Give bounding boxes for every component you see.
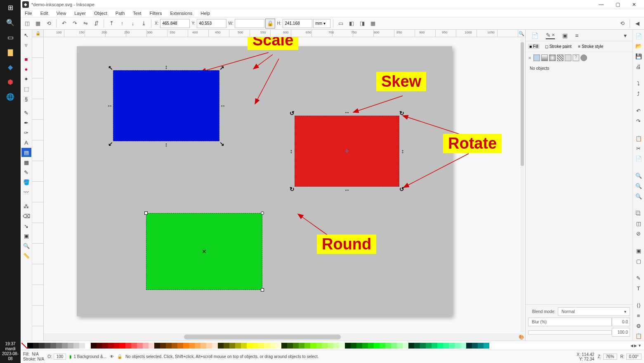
- skew-handle-w-icon[interactable]: ↕: [290, 148, 293, 154]
- palette-swatch[interactable]: [339, 343, 345, 349]
- palette-left-icon[interactable]: ◀: [630, 344, 633, 348]
- linear-gradient-icon[interactable]: [541, 55, 548, 61]
- lower-bottom-icon[interactable]: ⤓: [139, 19, 149, 28]
- blue-rectangle[interactable]: [113, 70, 219, 141]
- group-icon[interactable]: ▣: [634, 246, 644, 256]
- save-doc-icon[interactable]: 💾: [634, 52, 644, 61]
- palette-swatch[interactable]: [408, 343, 414, 349]
- rotate-handle-se-icon[interactable]: ↺: [399, 186, 404, 192]
- swatch-icon[interactable]: [565, 55, 571, 61]
- palette-swatch[interactable]: [39, 343, 45, 349]
- palette-swatch[interactable]: [403, 343, 408, 349]
- palette-swatch[interactable]: [218, 343, 224, 349]
- text-props-icon[interactable]: T: [634, 284, 644, 293]
- pattern-icon[interactable]: [557, 55, 564, 61]
- palette-swatch[interactable]: [351, 343, 356, 349]
- palette-swatch[interactable]: [143, 343, 149, 349]
- paintbucket-tool-icon[interactable]: 🪣: [21, 178, 31, 187]
- rotate-ccw-icon[interactable]: ↶: [59, 19, 69, 28]
- status-stroke-value[interactable]: N/A: [37, 357, 44, 361]
- palette-swatch[interactable]: [345, 343, 351, 349]
- palette-swatch[interactable]: [68, 343, 73, 349]
- minimize-button[interactable]: —: [593, 0, 609, 9]
- lower-icon[interactable]: ↓: [128, 19, 138, 28]
- palette-swatch[interactable]: [449, 343, 455, 349]
- palette-swatch[interactable]: [97, 343, 102, 349]
- fill-stroke-tab-icon[interactable]: ✎ ✕: [546, 32, 555, 39]
- palette-swatch[interactable]: [102, 343, 108, 349]
- palette-swatch[interactable]: [252, 343, 258, 349]
- blur-value[interactable]: 0.0: [612, 318, 630, 326]
- prefs-icon[interactable]: ⚙: [634, 321, 644, 331]
- chrome-icon[interactable]: 🌐: [0, 89, 21, 104]
- menu-file[interactable]: File: [21, 10, 36, 17]
- transform-gradient-icon[interactable]: ◨: [357, 19, 367, 28]
- ellipse-tool-icon[interactable]: ●: [21, 64, 31, 74]
- menu-filters[interactable]: Filters: [146, 10, 166, 17]
- no-color-swatch[interactable]: [21, 343, 27, 349]
- palette-swatch[interactable]: [478, 343, 484, 349]
- opacity-value[interactable]: 100.0: [612, 328, 630, 337]
- gradient-tool-icon[interactable]: ▤: [21, 148, 31, 157]
- scale-handle-ne-icon[interactable]: ↗: [219, 64, 224, 71]
- maximize-button[interactable]: ▢: [609, 0, 626, 9]
- palette-swatch[interactable]: [50, 343, 56, 349]
- pencil-tool-icon[interactable]: ✎: [21, 108, 31, 117]
- redo-icon[interactable]: ↷: [634, 116, 644, 126]
- palette-swatch[interactable]: [166, 343, 172, 349]
- menu-object[interactable]: Object: [90, 10, 111, 17]
- palette-swatch[interactable]: [206, 343, 212, 349]
- palette-menu-icon[interactable]: ▼: [638, 344, 642, 348]
- fill-stroke-icon[interactable]: ✎: [634, 273, 644, 283]
- select-all-layers-icon[interactable]: ◫: [22, 19, 32, 28]
- status-fill-value[interactable]: N/A: [32, 352, 39, 356]
- palette-swatch[interactable]: [426, 343, 432, 349]
- palette-swatch[interactable]: [443, 343, 449, 349]
- align-tab-icon[interactable]: ≡: [575, 32, 578, 39]
- palette-swatch[interactable]: [287, 343, 293, 349]
- fill-subtab[interactable]: ■ Fill: [528, 44, 540, 49]
- menu-path[interactable]: Path: [111, 10, 129, 17]
- raise-icon[interactable]: ↑: [117, 19, 127, 28]
- horizontal-ruler[interactable]: 1001502002503003504004505005506006507007…: [44, 30, 525, 37]
- app-icon-2[interactable]: ⬢: [0, 74, 21, 89]
- palette-swatch[interactable]: [432, 343, 437, 349]
- palette-swatch[interactable]: [247, 343, 252, 349]
- zoom-tool-icon[interactable]: 🔍: [21, 241, 31, 250]
- palette-swatch[interactable]: [304, 343, 310, 349]
- palette-swatch[interactable]: [45, 343, 50, 349]
- y-input[interactable]: 40.553: [197, 19, 226, 28]
- lock-aspect-icon[interactable]: 🔒: [265, 19, 275, 28]
- rotation-center-icon[interactable]: ✛: [345, 148, 349, 154]
- horizontal-scrollbar[interactable]: [44, 333, 525, 341]
- palette-swatch[interactable]: [270, 343, 276, 349]
- connector-tool-icon[interactable]: ↘: [21, 221, 31, 230]
- deselect-icon[interactable]: ⟲: [44, 19, 54, 28]
- menu-layer[interactable]: Layer: [70, 10, 90, 17]
- star-tool-icon[interactable]: ✦: [21, 74, 31, 83]
- start-icon[interactable]: ⊞: [0, 0, 21, 15]
- explorer-icon[interactable]: ▇: [0, 45, 21, 59]
- resize-handle-se-icon[interactable]: [261, 288, 264, 292]
- palette-swatch[interactable]: [201, 343, 206, 349]
- palette-swatch[interactable]: [397, 343, 403, 349]
- palette-swatch[interactable]: [293, 343, 299, 349]
- stroke-style-subtab[interactable]: ≡ Stroke style: [577, 44, 604, 49]
- zoom-fit-icon[interactable]: 🔍: [634, 171, 644, 181]
- task-view-icon[interactable]: ▭: [0, 30, 21, 45]
- print-icon[interactable]: 🖨: [634, 62, 644, 71]
- x-input[interactable]: 465.848: [160, 19, 190, 28]
- palette-swatch[interactable]: [385, 343, 391, 349]
- eraser-tool-icon[interactable]: ⌫: [21, 211, 31, 221]
- palette-swatch[interactable]: [229, 343, 235, 349]
- skew-handle-s-icon[interactable]: ↔: [344, 187, 350, 193]
- palette-swatch[interactable]: [310, 343, 316, 349]
- palette-swatch[interactable]: [484, 343, 489, 349]
- palette-swatch[interactable]: [149, 343, 154, 349]
- flip-v-icon[interactable]: ⇵: [91, 19, 101, 28]
- transform-corners-icon[interactable]: ◧: [347, 19, 356, 28]
- display-mode-icon[interactable]: 🔍: [518, 30, 525, 37]
- color-palette[interactable]: ◀▶▼: [21, 341, 644, 350]
- xml-editor-icon[interactable]: ⟨⟩: [634, 301, 644, 311]
- palette-swatch[interactable]: [455, 343, 460, 349]
